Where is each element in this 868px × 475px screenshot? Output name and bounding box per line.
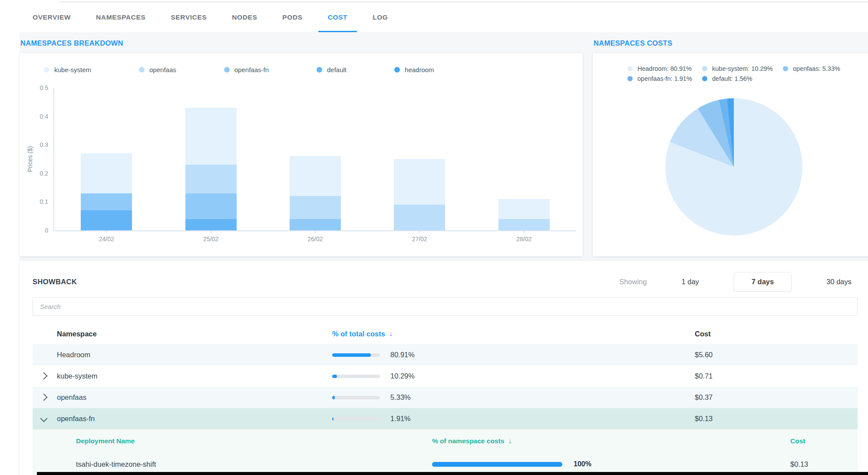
x-axis-tick-label: 26/02 bbox=[307, 236, 323, 242]
table-row-kube-system[interactable]: kube-system10.29%$0.71 bbox=[33, 365, 858, 387]
cost-column-header: Cost bbox=[695, 330, 858, 338]
legend-item-default[interactable]: default bbox=[317, 66, 347, 73]
default-legend-dot-icon bbox=[317, 67, 322, 73]
sort-descending-icon: ↓ bbox=[508, 437, 512, 445]
progress-track bbox=[432, 462, 562, 467]
progress-fill bbox=[332, 353, 371, 357]
chevron-down-icon[interactable] bbox=[40, 415, 48, 422]
pct-value: 1.91% bbox=[390, 415, 411, 423]
tab-namespaces[interactable]: NAMESPACES bbox=[96, 3, 145, 32]
kube-system-legend-dot-icon bbox=[44, 67, 50, 73]
bar-segment-openfaas bbox=[498, 219, 550, 230]
bar-segment-kube-system bbox=[185, 108, 237, 165]
x-axis-tickmark bbox=[211, 230, 211, 233]
x-axis-tick-label: 24/02 bbox=[99, 236, 114, 242]
y-axis-tick: 0.4 bbox=[40, 113, 48, 120]
cost-cell: $0.37 bbox=[695, 393, 858, 402]
range-7-days[interactable]: 7 days bbox=[734, 272, 792, 292]
default-legend-dot-icon bbox=[702, 76, 707, 81]
pie-legend-item-kube-system[interactable]: kube-system: 10.29% bbox=[702, 65, 783, 72]
bar-segment-openfaas-fn bbox=[290, 219, 341, 230]
cost-cell: $0.13 bbox=[695, 415, 858, 423]
bar-segment-kube-system bbox=[394, 159, 445, 205]
tab-overview[interactable]: OVERVIEW bbox=[33, 3, 71, 32]
legend-item-openfaas[interactable]: openfaas bbox=[139, 66, 176, 73]
showing-label: Showing bbox=[619, 278, 647, 286]
deployment-pct-cell: 100% bbox=[432, 460, 790, 468]
tab-log[interactable]: LOG bbox=[373, 3, 388, 32]
bar-segment-kube-system bbox=[81, 153, 132, 193]
bar-segment-kube-system bbox=[290, 156, 341, 196]
deployments-subpanel: Deployment Name% of namespace costs↓Cost… bbox=[33, 429, 858, 475]
bar-segment-openfaas bbox=[394, 205, 445, 230]
chevron-right-icon[interactable] bbox=[40, 372, 48, 379]
pie-legend-item-openfaas[interactable]: openfaas: 5.33% bbox=[783, 65, 840, 72]
bar-segment-openfaas-fn bbox=[81, 193, 132, 210]
subtable-pct-header-label: % of namespace costs bbox=[432, 437, 504, 445]
bottom-screen-edge bbox=[37, 472, 868, 475]
pct-value: 100% bbox=[574, 460, 591, 468]
progress-track bbox=[332, 417, 380, 421]
x-axis-tickmark bbox=[315, 230, 316, 233]
tab-services[interactable]: SERVICES bbox=[171, 3, 207, 32]
y-axis-tick: 0.1 bbox=[40, 198, 48, 205]
bar-segment-openfaas bbox=[185, 165, 237, 193]
range-30-days[interactable]: 30 days bbox=[820, 273, 858, 290]
y-axis-tick: 0.5 bbox=[40, 84, 48, 91]
namespace-column-header: Namespace bbox=[57, 330, 332, 338]
pct-value: 80.91% bbox=[390, 351, 415, 359]
progress-fill bbox=[332, 375, 337, 378]
table-body: Headroom80.91%$5.60kube-system10.29%$0.7… bbox=[33, 344, 858, 475]
legend-item-openfaas-fn[interactable]: openfaas-fn bbox=[224, 66, 269, 73]
tab-pods[interactable]: PODS bbox=[282, 3, 302, 32]
legend-item-headroom[interactable]: headroom bbox=[394, 66, 434, 73]
pie-legend-item-headroom[interactable]: Headroom: 80.91% bbox=[627, 65, 702, 72]
progress-fill bbox=[432, 462, 562, 467]
pct-namespace-costs-column-header[interactable]: % of namespace costs↓ bbox=[432, 437, 790, 445]
pct-cell: 80.91% bbox=[332, 351, 695, 359]
legend-label: headroom bbox=[405, 66, 434, 73]
breakdown-section-title: NAMESPACES BREAKDOWN bbox=[20, 39, 123, 47]
pct-total-costs-column-header[interactable]: % of total costs ↓ bbox=[332, 330, 695, 338]
chevron-right-icon[interactable] bbox=[40, 393, 48, 401]
bar-segment-default bbox=[185, 219, 237, 230]
pie-legend-label: openfaas-fn: 1.91% bbox=[637, 75, 692, 82]
namespace-cell: openfaas bbox=[57, 393, 332, 402]
deployment-name-cell: tsahi-duek-timezone-shift bbox=[76, 460, 432, 468]
progress-track bbox=[332, 375, 380, 378]
bar-segment-default bbox=[81, 210, 132, 230]
range-1-day[interactable]: 1 day bbox=[675, 273, 705, 290]
pie-legend-label: openfaas: 5.33% bbox=[793, 65, 840, 72]
pct-value: 5.33% bbox=[390, 393, 411, 402]
y-axis-tick: 0 bbox=[45, 227, 48, 234]
progress-fill bbox=[332, 396, 335, 399]
pie-legend-item-default[interactable]: default: 1.56% bbox=[702, 75, 783, 82]
legend-item-kube-system[interactable]: kube-system bbox=[44, 66, 91, 73]
legend-label: openfaas-fn bbox=[234, 66, 269, 73]
bar-segment-kube-system bbox=[498, 199, 550, 219]
kube-system-legend-dot-icon bbox=[702, 66, 707, 71]
legend-label: default bbox=[327, 66, 347, 73]
cost-cell: $5.60 bbox=[695, 351, 858, 359]
table-row-headroom: Headroom80.91%$5.60 bbox=[33, 344, 858, 365]
table-row-openfaas-fn[interactable]: openfaas-fn1.91%$0.13 bbox=[33, 408, 858, 429]
openfaas-fn-legend-dot-icon bbox=[224, 67, 230, 73]
x-axis-tickmark bbox=[524, 230, 525, 233]
pie-legend-label: kube-system: 10.29% bbox=[712, 65, 772, 72]
pie-legend-label: Headroom: 80.91% bbox=[637, 65, 692, 72]
subtable-cost-column-header: Cost bbox=[790, 437, 858, 445]
chevron-cell bbox=[33, 394, 57, 402]
table-row-openfaas[interactable]: openfaas5.33%$0.37 bbox=[33, 387, 858, 408]
y-axis-tick: 0.3 bbox=[40, 141, 48, 148]
bar-segment-openfaas-fn bbox=[185, 193, 237, 219]
openfaas-legend-dot-icon bbox=[139, 67, 145, 73]
bar-segment-openfaas bbox=[290, 196, 341, 219]
tab-cost[interactable]: COST bbox=[328, 3, 347, 32]
pie-legend-item-openfaas-fn[interactable]: openfaas-fn: 1.91% bbox=[627, 75, 702, 82]
tab-nodes[interactable]: NODES bbox=[232, 3, 257, 32]
x-axis-tick-label: 27/02 bbox=[412, 236, 427, 242]
x-axis-tick-label: 25/02 bbox=[203, 236, 218, 242]
bar-chart-legend: kube-systemopenfaasopenfaas-fndefaulthea… bbox=[44, 66, 578, 73]
search-input[interactable] bbox=[33, 297, 858, 316]
namespace-cell: kube-system bbox=[57, 372, 332, 380]
